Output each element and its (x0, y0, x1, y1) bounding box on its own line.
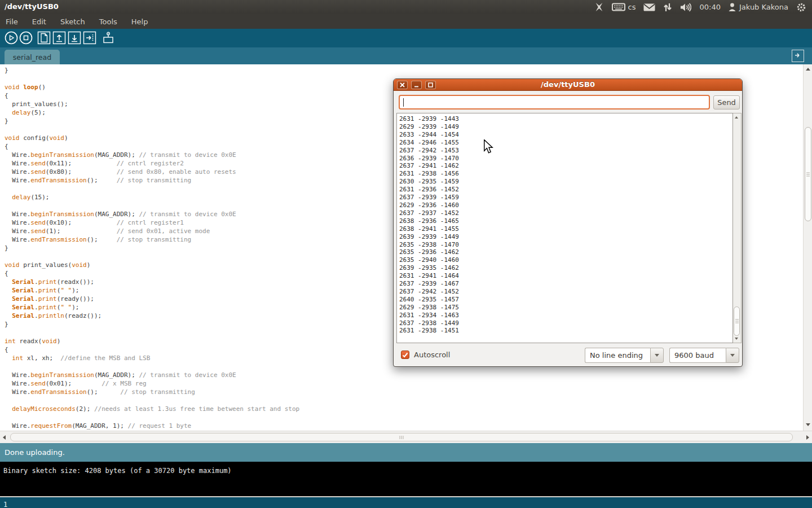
desktop-panel: /dev/ttyUSB0 cs 00:40 Jakub Kakona (0, 0, 812, 14)
serial-monitor-bottom-bar: Autoscroll No line ending 9600 baud (394, 343, 742, 367)
serial-monitor-titlebar[interactable]: /dev/ttyUSB0 (394, 79, 742, 91)
clock[interactable]: 00:40 (699, 3, 720, 11)
line-number-bar: 1 (0, 497, 812, 508)
save-sketch-button[interactable] (68, 31, 81, 45)
menu-tools[interactable]: Tools (99, 17, 117, 26)
autoscroll-checkbox[interactable] (401, 351, 409, 359)
user-name: Jakub Kakona (739, 3, 788, 11)
desktop: /dev/ttyUSB0 cs 00:40 Jakub Kakona File … (0, 0, 812, 508)
serial-output-lines: 2631 -2939 -14432629 -2939 -14492633 -29… (399, 115, 732, 335)
upload-button[interactable] (83, 31, 96, 45)
editor-vertical-scrollbar[interactable] (803, 64, 812, 431)
console-output: Binary sketch size: 4208 bytes (of a 307… (0, 462, 812, 496)
dropdown-button[interactable] (726, 348, 739, 363)
stop-button[interactable] (19, 31, 33, 45)
open-sketch-button[interactable] (52, 31, 66, 45)
volume-icon[interactable] (680, 3, 691, 12)
serial-monitor-window: /dev/ttyUSB0 Send 2631 -2939 -14432629 -… (393, 78, 743, 367)
scroll-up-icon[interactable] (735, 116, 738, 119)
user-icon (729, 3, 736, 11)
autoscroll-label: Autoscroll (414, 351, 450, 359)
send-button-label: Send (717, 98, 736, 107)
scroll-right-icon[interactable] (806, 435, 809, 440)
mail-icon[interactable] (643, 3, 655, 11)
new-sketch-button[interactable] (37, 31, 51, 45)
serial-input-field[interactable] (399, 95, 710, 110)
keyboard-indicator[interactable]: cs (612, 3, 636, 11)
text-caret (403, 98, 404, 107)
serial-monitor-button[interactable] (102, 31, 115, 45)
scrollbar-grip (400, 436, 404, 439)
scroll-down-icon[interactable] (806, 423, 810, 426)
serial-output-area[interactable]: 2631 -2939 -14432629 -2939 -14492633 -29… (396, 113, 733, 343)
status-message: Done uploading. (5, 448, 65, 457)
menu-edit[interactable]: Edit (32, 17, 46, 26)
menu-bar: File Edit Sketch Tools Help (0, 14, 812, 29)
editor-horizontal-scrollbar[interactable] (0, 431, 812, 443)
star-cross-icon[interactable] (594, 2, 604, 12)
editor-hscrollbar-thumb[interactable] (10, 433, 793, 441)
chevron-down-icon (655, 354, 659, 357)
system-tray: cs 00:40 Jakub Kakona (594, 0, 812, 14)
toolbar (0, 29, 812, 47)
dropdown-button[interactable] (650, 348, 664, 363)
verify-button[interactable] (5, 31, 18, 45)
tab-menu-arrow-icon (794, 51, 802, 62)
check-icon (402, 349, 408, 360)
tab-label: serial_read (13, 53, 51, 62)
baud-rate-dropdown[interactable]: 9600 baud (669, 348, 739, 363)
mouse-cursor (483, 139, 493, 156)
chevron-down-icon (730, 354, 735, 357)
menu-file[interactable]: File (6, 17, 18, 26)
line-ending-value: No line ending (585, 348, 650, 363)
scrollbar-grip (806, 172, 810, 176)
menu-sketch[interactable]: Sketch (60, 17, 85, 26)
sketch-code: } void loop(){ print_values(); delay(5);… (5, 66, 299, 430)
window-title: /dev/ttyUSB0 (5, 2, 59, 11)
keyboard-icon (612, 3, 625, 11)
send-button[interactable]: Send (713, 95, 740, 110)
tab-menu-button[interactable] (792, 50, 804, 62)
scroll-up-icon[interactable] (806, 68, 810, 71)
tab-bar: serial_read (0, 47, 812, 64)
serial-monitor-title: /dev/ttyUSB0 (394, 80, 742, 89)
serial-scrollbar-thumb[interactable] (734, 306, 740, 336)
console-text: Binary sketch size: 4208 bytes (of a 307… (3, 467, 232, 475)
scroll-left-icon[interactable] (3, 435, 6, 440)
scrollbar-grip (735, 319, 739, 323)
tab-serial-read[interactable]: serial_read (5, 50, 60, 64)
status-bar: Done uploading. (0, 443, 812, 462)
session-gear-icon[interactable] (796, 2, 806, 12)
user-menu[interactable]: Jakub Kakona (729, 3, 788, 11)
network-updown-icon[interactable] (663, 3, 672, 12)
scroll-down-icon[interactable] (735, 338, 738, 340)
menu-help[interactable]: Help (131, 17, 148, 26)
current-line-number: 1 (3, 501, 7, 508)
line-ending-dropdown[interactable]: No line ending (585, 348, 664, 363)
baud-rate-value: 9600 baud (669, 348, 726, 363)
serial-scrollbar[interactable] (733, 113, 742, 343)
editor-scrollbar-thumb[interactable] (805, 127, 811, 221)
keyboard-layout-label: cs (628, 3, 636, 11)
